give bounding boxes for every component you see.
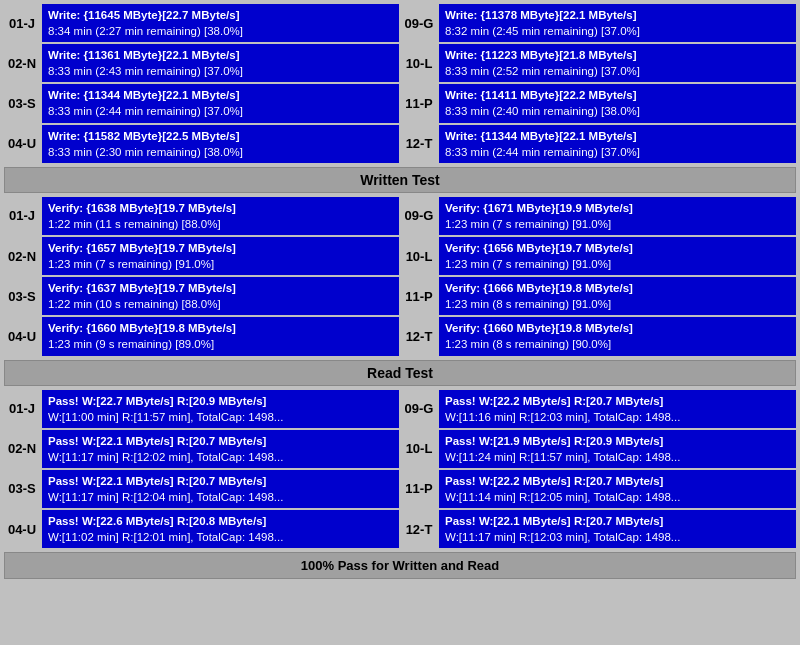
device-info: Write: {11378 MByte}[22.1 MByte/s]8:32 m… [439, 4, 796, 42]
device-line2: W:[11:14 min] R:[12:05 min], TotalCap: 1… [445, 489, 790, 505]
device-row: 12-TVerify: {1660 MByte}[19.8 MByte/s]1:… [401, 317, 796, 355]
device-row: 10-LWrite: {11223 MByte}[21.8 MByte/s]8:… [401, 44, 796, 82]
device-row: 03-SWrite: {11344 MByte}[22.1 MByte/s]8:… [4, 84, 399, 122]
device-label: 01-J [4, 4, 40, 42]
device-line2: 1:23 min (7 s remaining) [91.0%] [445, 256, 790, 272]
device-info: Verify: {1666 MByte}[19.8 MByte/s]1:23 m… [439, 277, 796, 315]
device-row: 04-UVerify: {1660 MByte}[19.8 MByte/s]1:… [4, 317, 399, 355]
device-label: 02-N [4, 44, 40, 82]
device-info: Pass! W:[22.1 MByte/s] R:[20.7 MByte/s]W… [439, 510, 796, 548]
device-line2: 8:33 min (2:44 min remaining) [37.0%] [48, 103, 393, 119]
device-line2: 1:23 min (9 s remaining) [89.0%] [48, 336, 393, 352]
device-line2: W:[11:17 min] R:[12:04 min], TotalCap: 1… [48, 489, 393, 505]
device-line2: 8:33 min (2:40 min remaining) [38.0%] [445, 103, 790, 119]
device-line2: W:[11:24 min] R:[11:57 min], TotalCap: 1… [445, 449, 790, 465]
device-info: Pass! W:[22.1 MByte/s] R:[20.7 MByte/s]W… [42, 430, 399, 468]
device-line2: 1:22 min (11 s remaining) [88.0%] [48, 216, 393, 232]
device-line2: 8:33 min (2:43 min remaining) [37.0%] [48, 63, 393, 79]
device-label: 04-U [4, 510, 40, 548]
device-line1: Verify: {1666 MByte}[19.8 MByte/s] [445, 280, 790, 296]
device-line1: Write: {11223 MByte}[21.8 MByte/s] [445, 47, 790, 63]
device-line1: Write: {11378 MByte}[22.1 MByte/s] [445, 7, 790, 23]
device-label: 03-S [4, 84, 40, 122]
device-line1: Write: {11344 MByte}[22.1 MByte/s] [445, 128, 790, 144]
device-line2: 1:23 min (7 s remaining) [91.0%] [48, 256, 393, 272]
device-line2: 1:23 min (8 s remaining) [90.0%] [445, 336, 790, 352]
device-label: 10-L [401, 430, 437, 468]
device-info: Pass! W:[22.2 MByte/s] R:[20.7 MByte/s]W… [439, 470, 796, 508]
device-line1: Write: {11645 MByte}[22.7 MByte/s] [48, 7, 393, 23]
device-line1: Pass! W:[22.1 MByte/s] R:[20.7 MByte/s] [48, 473, 393, 489]
device-line1: Pass! W:[22.7 MByte/s] R:[20.9 MByte/s] [48, 393, 393, 409]
device-label: 12-T [401, 317, 437, 355]
device-info: Verify: {1638 MByte}[19.7 MByte/s]1:22 m… [42, 197, 399, 235]
device-label: 09-G [401, 390, 437, 428]
device-line1: Write: {11411 MByte}[22.2 MByte/s] [445, 87, 790, 103]
device-line2: W:[11:00 min] R:[11:57 min], TotalCap: 1… [48, 409, 393, 425]
device-row: 12-TPass! W:[22.1 MByte/s] R:[20.7 MByte… [401, 510, 796, 548]
device-row: 03-SPass! W:[22.1 MByte/s] R:[20.7 MByte… [4, 470, 399, 508]
device-line1: Write: {11344 MByte}[22.1 MByte/s] [48, 87, 393, 103]
device-label: 10-L [401, 44, 437, 82]
device-info: Write: {11344 MByte}[22.1 MByte/s]8:33 m… [42, 84, 399, 122]
device-line1: Verify: {1657 MByte}[19.7 MByte/s] [48, 240, 393, 256]
device-line2: 8:32 min (2:45 min remaining) [37.0%] [445, 23, 790, 39]
device-info: Verify: {1656 MByte}[19.7 MByte/s]1:23 m… [439, 237, 796, 275]
device-label: 04-U [4, 125, 40, 163]
device-line1: Write: {11361 MByte}[22.1 MByte/s] [48, 47, 393, 63]
device-row: 02-NVerify: {1657 MByte}[19.7 MByte/s]1:… [4, 237, 399, 275]
write-test-grid: 01-JWrite: {11645 MByte}[22.7 MByte/s]8:… [4, 4, 796, 163]
device-row: 04-UPass! W:[22.6 MByte/s] R:[20.8 MByte… [4, 510, 399, 548]
device-row: 10-LPass! W:[21.9 MByte/s] R:[20.9 MByte… [401, 430, 796, 468]
device-row: 02-NWrite: {11361 MByte}[22.1 MByte/s]8:… [4, 44, 399, 82]
device-info: Verify: {1671 MByte}[19.9 MByte/s]1:23 m… [439, 197, 796, 235]
device-line1: Pass! W:[22.6 MByte/s] R:[20.8 MByte/s] [48, 513, 393, 529]
device-row: 10-LVerify: {1656 MByte}[19.7 MByte/s]1:… [401, 237, 796, 275]
device-row: 11-PWrite: {11411 MByte}[22.2 MByte/s]8:… [401, 84, 796, 122]
device-label: 10-L [401, 237, 437, 275]
device-row: 01-JPass! W:[22.7 MByte/s] R:[20.9 MByte… [4, 390, 399, 428]
device-line1: Pass! W:[22.2 MByte/s] R:[20.7 MByte/s] [445, 473, 790, 489]
device-line1: Verify: {1660 MByte}[19.8 MByte/s] [48, 320, 393, 336]
device-label: 09-G [401, 4, 437, 42]
device-label: 02-N [4, 430, 40, 468]
device-info: Pass! W:[22.6 MByte/s] R:[20.8 MByte/s]W… [42, 510, 399, 548]
device-line1: Verify: {1637 MByte}[19.7 MByte/s] [48, 280, 393, 296]
device-row: 01-JWrite: {11645 MByte}[22.7 MByte/s]8:… [4, 4, 399, 42]
device-line2: 8:33 min (2:30 min remaining) [38.0%] [48, 144, 393, 160]
read-test-header: Read Test [4, 360, 796, 386]
device-line2: W:[11:02 min] R:[12:01 min], TotalCap: 1… [48, 529, 393, 545]
device-line1: Pass! W:[22.1 MByte/s] R:[20.7 MByte/s] [48, 433, 393, 449]
device-info: Write: {11411 MByte}[22.2 MByte/s]8:33 m… [439, 84, 796, 122]
device-line1: Verify: {1656 MByte}[19.7 MByte/s] [445, 240, 790, 256]
device-label: 03-S [4, 470, 40, 508]
device-row: 12-TWrite: {11344 MByte}[22.1 MByte/s]8:… [401, 125, 796, 163]
device-info: Write: {11223 MByte}[21.8 MByte/s]8:33 m… [439, 44, 796, 82]
device-line2: 8:34 min (2:27 min remaining) [38.0%] [48, 23, 393, 39]
device-label: 03-S [4, 277, 40, 315]
device-row: 09-GPass! W:[22.2 MByte/s] R:[20.7 MByte… [401, 390, 796, 428]
device-info: Verify: {1660 MByte}[19.8 MByte/s]1:23 m… [439, 317, 796, 355]
device-row: 09-GVerify: {1671 MByte}[19.9 MByte/s]1:… [401, 197, 796, 235]
device-row: 11-PVerify: {1666 MByte}[19.8 MByte/s]1:… [401, 277, 796, 315]
device-label: 04-U [4, 317, 40, 355]
device-info: Write: {11582 MByte}[22.5 MByte/s]8:33 m… [42, 125, 399, 163]
written-test-header: Written Test [4, 167, 796, 193]
device-info: Verify: {1660 MByte}[19.8 MByte/s]1:23 m… [42, 317, 399, 355]
device-line1: Pass! W:[22.1 MByte/s] R:[20.7 MByte/s] [445, 513, 790, 529]
verify-test-grid: 01-JVerify: {1638 MByte}[19.7 MByte/s]1:… [4, 197, 796, 356]
device-label: 12-T [401, 125, 437, 163]
device-line1: Write: {11582 MByte}[22.5 MByte/s] [48, 128, 393, 144]
device-line2: 8:33 min (2:52 min remaining) [37.0%] [445, 63, 790, 79]
device-label: 01-J [4, 390, 40, 428]
device-line1: Verify: {1671 MByte}[19.9 MByte/s] [445, 200, 790, 216]
write-test-section: 01-JWrite: {11645 MByte}[22.7 MByte/s]8:… [4, 4, 796, 163]
device-row: 01-JVerify: {1638 MByte}[19.7 MByte/s]1:… [4, 197, 399, 235]
device-info: Write: {11645 MByte}[22.7 MByte/s]8:34 m… [42, 4, 399, 42]
device-info: Write: {11344 MByte}[22.1 MByte/s]8:33 m… [439, 125, 796, 163]
device-row: 11-PPass! W:[22.2 MByte/s] R:[20.7 MByte… [401, 470, 796, 508]
device-label: 01-J [4, 197, 40, 235]
device-line2: W:[11:16 min] R:[12:03 min], TotalCap: 1… [445, 409, 790, 425]
device-info: Pass! W:[22.2 MByte/s] R:[20.7 MByte/s]W… [439, 390, 796, 428]
device-line2: 1:22 min (10 s remaining) [88.0%] [48, 296, 393, 312]
